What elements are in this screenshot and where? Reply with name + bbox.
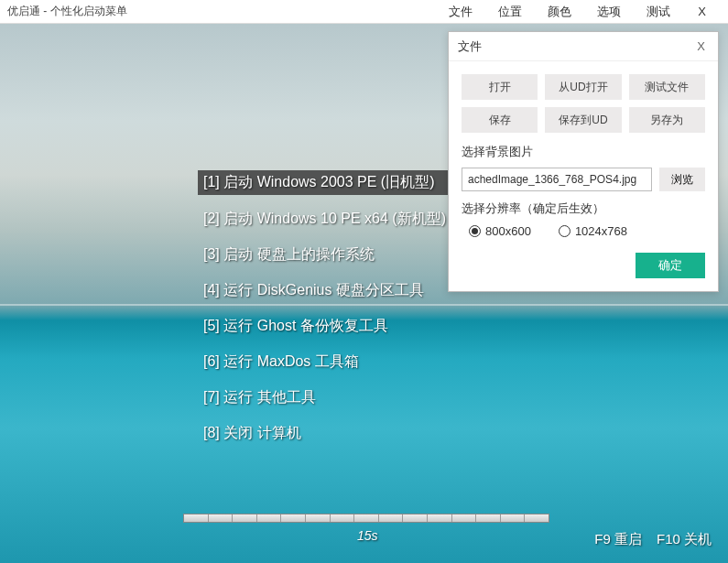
resolution-option-label: 1024x768 bbox=[575, 224, 627, 238]
boot-item-5[interactable]: [5] 运行 Ghost 备份恢复工具 bbox=[198, 315, 451, 338]
menu-test[interactable]: 测试 bbox=[634, 0, 683, 24]
titlebar: 优启通 - 个性化启动菜单 文件 位置 颜色 选项 测试 X bbox=[0, 0, 728, 24]
boot-menu: [1] 启动 Windows 2003 PE (旧机型) [2] 启动 Wind… bbox=[198, 170, 451, 445]
bg-section-label: 选择背景图片 bbox=[462, 144, 705, 160]
menu-options[interactable]: 选项 bbox=[584, 0, 634, 24]
hotkey-bar: F9 重启 F10 关机 bbox=[594, 531, 712, 548]
boot-item-4[interactable]: [4] 运行 DiskGenius 硬盘分区工具 bbox=[198, 279, 451, 302]
file-panel-close[interactable]: X bbox=[693, 39, 709, 53]
file-panel-header: 文件 X bbox=[449, 32, 718, 61]
window-title: 优启通 - 个性化启动菜单 bbox=[7, 4, 127, 19]
boot-item-2[interactable]: [2] 启动 Windows 10 PE x64 (新机型) bbox=[198, 208, 451, 231]
menubar: 文件 位置 颜色 选项 测试 bbox=[436, 0, 683, 24]
save-button[interactable]: 保存 bbox=[462, 107, 538, 133]
file-panel: 文件 X 打开 从UD打开 测试文件 保存 保存到UD 另存为 选择背景图片 浏… bbox=[448, 31, 719, 292]
menu-position[interactable]: 位置 bbox=[485, 0, 535, 24]
bg-path-input[interactable] bbox=[462, 168, 652, 191]
save-as-button[interactable]: 另存为 bbox=[629, 107, 705, 133]
boot-item-1[interactable]: [1] 启动 Windows 2003 PE (旧机型) bbox=[198, 170, 451, 195]
file-panel-title: 文件 bbox=[458, 38, 482, 55]
window-close-button[interactable]: X bbox=[683, 1, 721, 22]
boot-item-7[interactable]: [7] 运行 其他工具 bbox=[198, 386, 451, 409]
hotkey-shutdown: F10 关机 bbox=[657, 531, 712, 548]
resolution-section-label: 选择分辨率（确定后生效） bbox=[462, 200, 705, 217]
resolution-option-label: 800x600 bbox=[485, 224, 531, 238]
preview-canvas: [1] 启动 Windows 2003 PE (旧机型) [2] 启动 Wind… bbox=[0, 24, 728, 563]
countdown-progress bbox=[183, 514, 549, 523]
menu-color[interactable]: 颜色 bbox=[535, 0, 584, 24]
open-button[interactable]: 打开 bbox=[462, 74, 538, 100]
menu-file[interactable]: 文件 bbox=[436, 0, 485, 24]
boot-item-3[interactable]: [3] 启动 硬盘上的操作系统 bbox=[198, 244, 451, 266]
test-file-button[interactable]: 测试文件 bbox=[629, 74, 705, 100]
save-to-ud-button[interactable]: 保存到UD bbox=[545, 107, 621, 133]
open-from-ud-button[interactable]: 从UD打开 bbox=[545, 74, 621, 100]
resolution-option-1024[interactable]: 1024x768 bbox=[559, 224, 627, 238]
browse-button[interactable]: 浏览 bbox=[659, 168, 705, 191]
boot-item-6[interactable]: [6] 运行 MaxDos 工具箱 bbox=[198, 351, 451, 374]
countdown-timer: 15s bbox=[357, 528, 378, 543]
radio-icon bbox=[559, 225, 570, 237]
boot-item-8[interactable]: [8] 关闭 计算机 bbox=[198, 422, 451, 445]
radio-icon bbox=[469, 225, 481, 237]
hotkey-restart: F9 重启 bbox=[594, 531, 642, 548]
confirm-button[interactable]: 确定 bbox=[636, 253, 705, 278]
resolution-option-800[interactable]: 800x600 bbox=[469, 224, 531, 238]
